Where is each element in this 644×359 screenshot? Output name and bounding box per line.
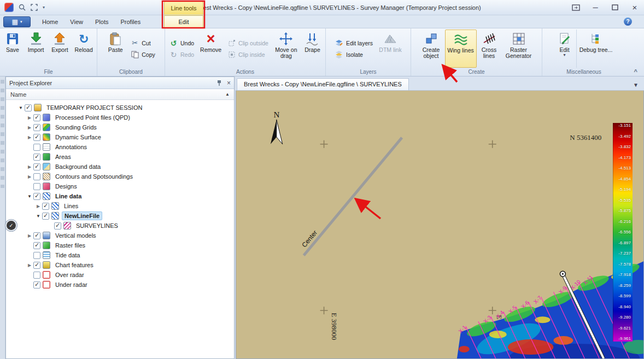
cut-button[interactable]: ✂ Cut xyxy=(129,38,157,48)
import-button[interactable]: Import xyxy=(24,30,48,68)
wing-lines-button[interactable]: Wing lines xyxy=(445,30,477,68)
expander-icon[interactable]: ▼ xyxy=(26,194,33,199)
cross-lines-button[interactable]: Cross lines xyxy=(477,30,502,68)
maximize-button[interactable] xyxy=(610,3,620,12)
debug-tree-button[interactable]: Debug tree... xyxy=(577,30,615,68)
column-header-name[interactable]: Name ▲ xyxy=(6,89,234,100)
tree-item-under-radar[interactable]: Under radar xyxy=(6,280,234,290)
close-button[interactable]: × xyxy=(630,3,640,12)
checkbox[interactable] xyxy=(33,262,40,269)
save-button[interactable]: Save xyxy=(1,30,24,68)
tree-item-tide-data[interactable]: Tide data xyxy=(6,250,234,260)
application-menu-button[interactable]: ▦▾ xyxy=(3,16,31,27)
tree-item-designs[interactable]: Designs xyxy=(6,181,234,191)
presentation-mode-button[interactable] xyxy=(571,3,581,12)
edit-button[interactable]: Edit ▾ xyxy=(553,30,577,68)
expander-icon[interactable]: ▶ xyxy=(26,233,33,238)
checkbox[interactable] xyxy=(33,144,40,151)
clip-outside-button[interactable]: Clip outside xyxy=(226,38,270,48)
tree-item-processed-point-files[interactable]: ▶Processed Point files (QPD) xyxy=(6,113,234,122)
map-canvas-svg[interactable]: N 5361400 N 5361200 E 398000 E 398200 N xyxy=(236,91,643,358)
dock-strip[interactable] xyxy=(0,76,5,359)
ribbon-group-layers: Edit layers Isolate DTM link Layers xyxy=(326,28,411,76)
tree-item-lines[interactable]: ▶Lines xyxy=(6,201,234,211)
paste-button[interactable]: Paste xyxy=(103,30,127,68)
tab-list-chevron-icon[interactable]: ▼ xyxy=(628,82,644,90)
tree-item-dynamic-surface[interactable]: ▶Dynamic Surface xyxy=(6,132,234,142)
fullscreen-icon[interactable] xyxy=(31,4,38,11)
ribbon-collapse-icon[interactable]: ^ xyxy=(634,68,637,75)
help-icon[interactable]: ? xyxy=(624,17,632,26)
checkbox[interactable] xyxy=(42,203,49,210)
reload-button[interactable]: ↻ Reload xyxy=(72,30,96,68)
pin-icon[interactable] xyxy=(216,80,223,86)
checkbox[interactable] xyxy=(33,154,40,161)
expander-icon[interactable]: ▶ xyxy=(26,125,33,130)
tree-item-line-data[interactable]: ▼Line data xyxy=(6,191,234,201)
export-button[interactable]: Export xyxy=(48,30,72,68)
dtm-link-button[interactable]: DTM link xyxy=(376,30,405,68)
checkbox[interactable] xyxy=(33,183,40,190)
close-panel-icon[interactable]: × xyxy=(227,79,231,87)
tab-edit[interactable]: Edit xyxy=(164,15,203,28)
expander-icon[interactable]: ▶ xyxy=(34,204,42,209)
checkbox[interactable] xyxy=(33,193,40,200)
expander-icon[interactable]: ▶ xyxy=(26,263,33,268)
checkbox[interactable] xyxy=(54,222,61,229)
tree-item-areas[interactable]: Areas xyxy=(6,152,234,162)
checkbox[interactable] xyxy=(42,213,49,220)
checkbox[interactable] xyxy=(33,134,40,141)
raster-generator-button[interactable]: Raster Generator xyxy=(502,30,536,68)
checkbox[interactable] xyxy=(33,272,40,279)
tree-item-vertical-models[interactable]: ▶Vertical models xyxy=(6,231,234,240)
checkbox[interactable] xyxy=(25,104,32,111)
tree-item-newlinefile[interactable]: ▼NewLineFile xyxy=(6,211,234,221)
checkbox[interactable] xyxy=(33,281,40,289)
map-canvas[interactable]: N 5361400 N 5361200 E 398000 E 398200 N xyxy=(236,91,644,359)
tree-item-sounding-grids[interactable]: ▶Sounding Grids xyxy=(6,122,234,132)
checkbox[interactable] xyxy=(33,242,40,249)
map-document-tab[interactable]: Brest Wrecks - Copy \NewLineFile.qgfline… xyxy=(237,78,409,90)
expander-icon[interactable]: ▶ xyxy=(26,135,33,140)
redo-button[interactable]: ↻ Redo xyxy=(168,50,196,59)
minimize-button[interactable]: ─ xyxy=(590,3,600,12)
isolate-button[interactable]: Isolate xyxy=(333,50,374,59)
expander-icon[interactable]: ▶ xyxy=(26,174,33,179)
copy-button[interactable]: Copy xyxy=(129,50,157,59)
tree-item-over-radar[interactable]: Over radar xyxy=(6,270,234,280)
remove-button[interactable]: × Remove xyxy=(197,30,224,68)
create-object-button[interactable]: Create object xyxy=(418,30,445,68)
tree-item-background-data[interactable]: ▶Background data xyxy=(6,162,234,172)
zoom-icon[interactable] xyxy=(19,4,26,11)
expander-icon[interactable]: ▼ xyxy=(17,105,25,110)
tab-home[interactable]: Home xyxy=(36,16,64,28)
clip-inside-button[interactable]: Clip inside xyxy=(226,50,270,59)
expander-icon[interactable]: ▼ xyxy=(34,214,42,219)
tab-profiles[interactable]: Profiles xyxy=(114,16,147,28)
tree-item-temporary-project-session[interactable]: ▼TEMPORARY PROJECT SESSION xyxy=(6,103,234,113)
undo-button[interactable]: ↺ Undo xyxy=(168,38,196,48)
checkbox[interactable] xyxy=(33,252,40,259)
tree-item-surveylines[interactable]: SURVEYLINES xyxy=(6,221,234,231)
checkbox[interactable] xyxy=(33,173,40,180)
tab-view[interactable]: View xyxy=(64,16,89,28)
tree-item-raster-files[interactable]: Raster files xyxy=(6,240,234,250)
center-survey-line[interactable]: Center xyxy=(300,138,402,256)
expander-icon[interactable]: ▶ xyxy=(26,164,33,169)
checkbox[interactable] xyxy=(33,124,40,131)
checkbox[interactable] xyxy=(33,163,40,170)
expander-icon[interactable]: ▶ xyxy=(26,115,33,120)
tree-item-annotations[interactable]: Annotations xyxy=(6,142,234,152)
checkbox[interactable] xyxy=(33,232,40,239)
group-label-layers: Layers xyxy=(327,68,409,76)
tree-item-contours-spotsoundings[interactable]: ▶Contours and Spotsoundings xyxy=(6,172,234,181)
move-on-drag-button[interactable]: Move on drag xyxy=(272,30,301,68)
sort-ascending-icon[interactable]: ▲ xyxy=(225,92,230,97)
customize-chevron-icon[interactable]: ▾ xyxy=(43,5,45,10)
edit-layers-button[interactable]: Edit layers xyxy=(333,38,374,48)
dock-strip-tabs[interactable] xyxy=(1,80,4,188)
tree-item-chart-features[interactable]: ▶Chart features xyxy=(6,260,234,270)
tab-plots[interactable]: Plots xyxy=(89,16,114,28)
checkbox[interactable] xyxy=(33,114,40,121)
drape-button[interactable]: Drape xyxy=(301,30,324,68)
